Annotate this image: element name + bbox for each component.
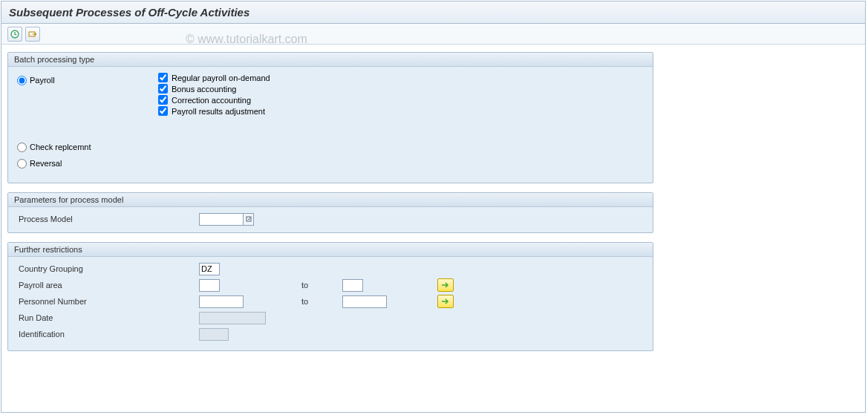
check-adjustment[interactable]: [158, 106, 168, 116]
svg-rect-2: [247, 217, 251, 221]
search-help-icon: [246, 216, 252, 222]
check-regular-label: Regular payroll on-demand: [172, 73, 270, 82]
group-restrictions: Further restrictions Country Grouping Pa…: [7, 242, 653, 351]
arrow-right-icon: [441, 298, 450, 305]
check-regular[interactable]: [158, 73, 168, 82]
run-date-label: Run Date: [17, 313, 199, 322]
run-date-input: [199, 312, 266, 324]
variant-button[interactable]: [25, 27, 40, 42]
group-title-batch: Batch processing type: [8, 53, 653, 67]
toolbar: [1, 24, 865, 45]
process-model-label: Process Model: [17, 215, 199, 223]
process-model-input[interactable]: [199, 213, 244, 226]
check-adjustment-label: Payroll results adjustment: [172, 107, 265, 116]
arrow-right-icon: [441, 281, 450, 289]
personnel-number-label: Personnel Number: [17, 297, 199, 306]
group-batch-processing: Batch processing type Payroll: [7, 52, 653, 183]
payroll-area-label: Payroll area: [17, 281, 199, 290]
group-title-params: Parameters for process model: [8, 193, 653, 207]
clock-icon: [10, 30, 19, 39]
payroll-area-from-input[interactable]: [199, 279, 220, 292]
personnel-number-multi-sel-button[interactable]: [437, 295, 454, 308]
radio-payroll[interactable]: [17, 76, 27, 85]
execute-button[interactable]: [7, 27, 22, 42]
content-area: Batch processing type Payroll: [1, 45, 865, 367]
identification-input: [199, 328, 229, 341]
group-title-restrictions: Further restrictions: [8, 243, 653, 257]
radio-reversal-label: Reversal: [30, 159, 62, 168]
group-params: Parameters for process model Process Mod…: [7, 192, 653, 233]
radio-check-repl[interactable]: [17, 143, 27, 152]
payroll-area-to-input[interactable]: [342, 279, 363, 292]
process-model-f4-button[interactable]: [244, 213, 254, 226]
check-correction-label: Correction accounting: [172, 96, 251, 105]
radio-payroll-label: Payroll: [30, 76, 55, 85]
radio-reversal[interactable]: [17, 159, 27, 169]
folder-arrow-icon: [28, 30, 37, 39]
country-grouping-label: Country Grouping: [17, 264, 199, 273]
app-window: Subsequent Processes of Off-Cycle Activi…: [1, 1, 866, 413]
personnel-number-to-label: to: [301, 297, 342, 306]
payroll-area-to-label: to: [301, 281, 342, 290]
check-bonus-label: Bonus accounting: [172, 85, 236, 94]
personnel-number-to-input[interactable]: [342, 295, 387, 308]
identification-label: Identification: [17, 330, 199, 339]
radio-check-repl-label: Check replcemnt: [30, 143, 91, 151]
personnel-number-from-input[interactable]: [199, 295, 244, 308]
check-correction[interactable]: [158, 95, 168, 105]
check-bonus[interactable]: [158, 84, 168, 94]
page-title: Subsequent Processes of Off-Cycle Activi…: [1, 1, 865, 24]
payroll-area-multi-sel-button[interactable]: [437, 278, 454, 292]
country-grouping-input[interactable]: [199, 263, 220, 275]
